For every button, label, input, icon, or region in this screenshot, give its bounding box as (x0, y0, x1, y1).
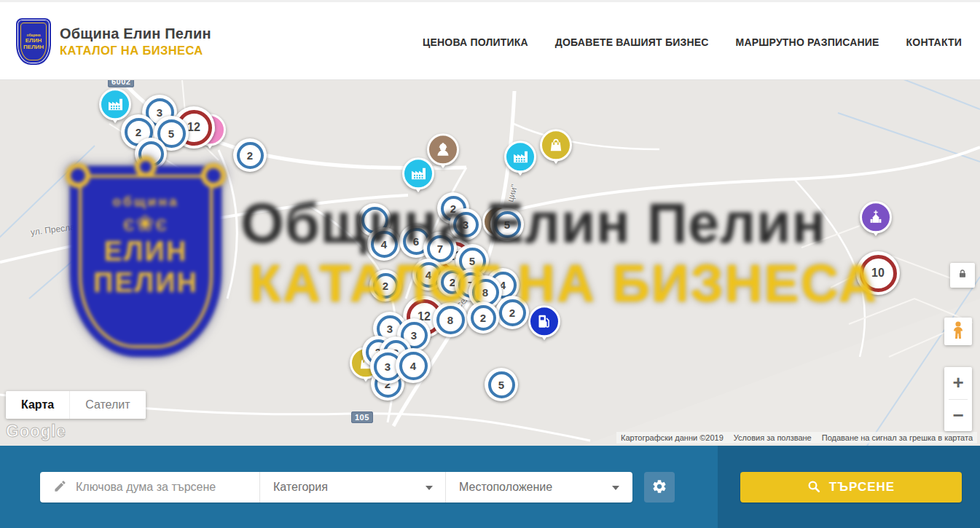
factory-pin-marker[interactable] (401, 157, 435, 200)
chevron-down-icon (612, 486, 619, 490)
cluster-count: 3 (411, 329, 417, 342)
terms-link[interactable]: Условия за ползване (734, 433, 812, 442)
cluster-marker[interactable]: 5 (485, 368, 518, 401)
cluster-marker[interactable]: 2 (467, 302, 499, 334)
location-select[interactable]: Местоположение (446, 472, 632, 503)
cluster-count: 3 (385, 360, 391, 373)
cluster-count: 4 (426, 269, 431, 281)
header: община ЕЛИНПЕЛИН Община Елин Пелин КАТАЛ… (0, 0, 980, 80)
cluster-count: 5 (498, 379, 504, 391)
cluster-count: 2 (247, 149, 253, 162)
cluster-count: 10 (871, 267, 885, 280)
cluster-count: 5 (168, 127, 174, 140)
cluster-count: 2 (480, 312, 486, 324)
cluster-marker[interactable]: 3 (450, 208, 482, 240)
zoom-out-button[interactable]: − (944, 399, 972, 431)
search-bar: Категория Местоположение ТЪРСЕНЕ (0, 446, 980, 528)
factory-icon (409, 165, 427, 182)
chevron-down-icon (426, 486, 433, 490)
municipality-logo: община ЕЛИНПЕЛИН (16, 18, 51, 65)
zoom-in-button[interactable]: + (944, 367, 972, 399)
cluster-count: 2 (136, 126, 141, 138)
cluster-count: 4 (410, 360, 416, 372)
cluster-marker[interactable]: 5 (490, 208, 524, 241)
nav-schedule[interactable]: МАРШРУТНО РАЗПИСАНИЕ (736, 36, 879, 48)
zoom-control: + − (944, 367, 972, 431)
google-logo[interactable]: Google (6, 422, 66, 441)
site-title: Община Елин Пелин (60, 25, 211, 42)
cluster-marker[interactable]: 8 (433, 302, 468, 337)
cluster-count: 4 (381, 238, 387, 251)
cluster-marker[interactable] (135, 138, 167, 170)
map-type-satellite-button[interactable]: Сателит (69, 391, 145, 419)
cluster-marker[interactable]: 4 (396, 348, 431, 383)
main-nav: ЦЕНОВА ПОЛИТИКА ДОБАВЕТЕ ВАШИЯТ БИЗНЕС М… (423, 2, 962, 82)
worker-icon (434, 141, 452, 158)
cluster-marker[interactable]: 2 (495, 296, 529, 329)
cluster-count: 8 (447, 314, 453, 326)
cluster-count: 3 (157, 106, 162, 119)
map-type-map-button[interactable]: Карта (6, 391, 69, 419)
nav-add-business[interactable]: ДОБАВЕТЕ ВАШИЯТ БИЗНЕС (555, 36, 709, 48)
cluster-count: 7 (437, 243, 443, 255)
bag-pin-marker[interactable] (539, 129, 573, 171)
keyword-input[interactable] (76, 481, 251, 494)
cluster-marker[interactable]: 4 (367, 227, 401, 261)
church-icon (867, 208, 885, 226)
brand[interactable]: община ЕЛИНПЕЛИН Община Елин Пелин КАТАЛ… (16, 18, 211, 65)
cluster-count: 3 (463, 218, 469, 231)
report-error-link[interactable]: Подаване на сигнал за грешка в картата (822, 433, 973, 442)
advanced-settings-button[interactable] (644, 472, 675, 503)
attribution-copyright: Картографски данни ©2019 (621, 433, 724, 442)
nav-pricing[interactable]: ЦЕНОВА ПОЛИТИКА (423, 36, 528, 48)
factory-icon (106, 95, 124, 113)
cluster-count: 5 (469, 255, 475, 267)
gear-icon (651, 478, 667, 497)
nav-contacts[interactable]: КОНТАКТИ (906, 36, 962, 48)
cluster-marker[interactable]: 10 (856, 251, 900, 295)
site-subtitle: КАТАЛОГ НА БИЗНЕСА (60, 44, 211, 58)
fuel-icon (536, 312, 553, 330)
cluster-count: 8 (482, 286, 488, 299)
cluster-marker[interactable]: 2 (369, 269, 401, 302)
category-select[interactable]: Категория (260, 472, 446, 503)
map-attribution: Картографски данни ©2019 Условия за полз… (616, 432, 977, 444)
pegman-icon (950, 320, 966, 342)
factory-pin-marker[interactable] (503, 141, 537, 183)
church-pin-marker[interactable] (859, 201, 893, 243)
search-input-group: Категория Местоположение (40, 472, 632, 503)
factory-icon (511, 148, 529, 165)
map-type-control: Карта Сателит (6, 391, 146, 419)
map-markers: 321252235461375427482212823338234510 (0, 80, 980, 446)
pegman-button[interactable] (944, 318, 972, 345)
lock-icon (957, 268, 968, 283)
fuel-pin-marker[interactable] (528, 305, 561, 347)
search-button[interactable]: ТЪРСЕНЕ (740, 472, 962, 503)
cluster-count: 3 (387, 323, 393, 335)
cluster-count: 5 (504, 218, 510, 231)
pencil-icon (53, 479, 67, 496)
map-canvas[interactable]: 6002105 ул. Преславбул. „Новоселции" 321… (0, 80, 980, 446)
lock-button[interactable] (950, 263, 975, 288)
cluster-count: 2 (509, 307, 515, 319)
cluster-count: 2 (383, 280, 388, 292)
cluster-count: 12 (187, 121, 200, 134)
keyword-section (40, 472, 260, 503)
bag-icon (547, 136, 565, 154)
cluster-count: 6 (413, 235, 419, 248)
search-icon (807, 480, 820, 495)
cluster-marker[interactable]: 2 (233, 138, 267, 172)
